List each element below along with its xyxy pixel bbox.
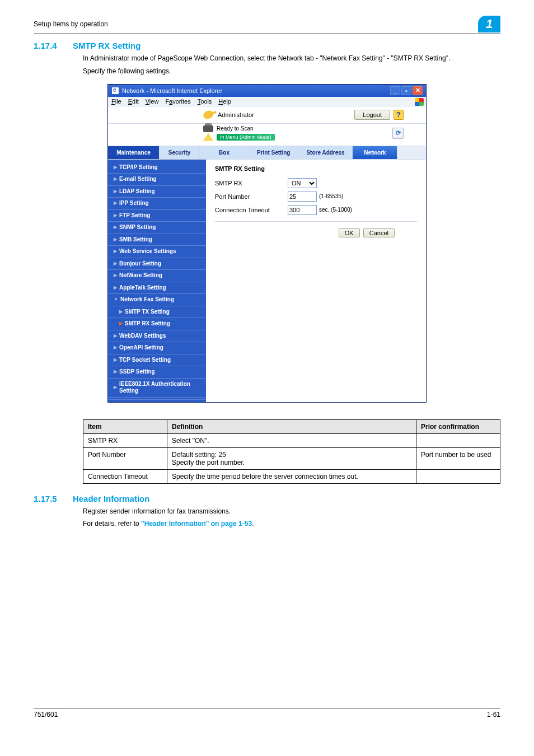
sidebar-item-label: E-mail Setting bbox=[119, 176, 157, 183]
sidebar-item-label: SMTP RX Setting bbox=[125, 320, 170, 328]
header-information-link[interactable]: "Header Information" on page 1-53 bbox=[141, 520, 252, 528]
sidebar-item-label: SNMP Setting bbox=[119, 224, 156, 231]
tab-network[interactable]: Network bbox=[353, 146, 397, 159]
cell-def: Select "ON". bbox=[167, 433, 416, 447]
connection-timeout-label: Connection Timeout bbox=[215, 207, 288, 213]
connection-timeout-input[interactable] bbox=[288, 205, 317, 215]
connection-timeout-hint: sec. (5-1000) bbox=[319, 207, 352, 213]
sidebar-item-netware[interactable]: ▶NetWare Setting bbox=[108, 270, 206, 282]
cancel-button[interactable]: Cancel bbox=[363, 228, 395, 237]
tab-print-setting[interactable]: Print Setting bbox=[249, 146, 298, 159]
cell-def: Specify the time period before the serve… bbox=[167, 469, 416, 483]
sidebar-item-label: AppleTalk Setting bbox=[119, 284, 166, 292]
smtp-rx-select[interactable]: ON bbox=[288, 178, 317, 188]
section-number: 1.17.4 bbox=[34, 41, 57, 50]
tab-security[interactable]: Security bbox=[160, 146, 200, 159]
th-definition: Definition bbox=[167, 419, 416, 433]
form-heading: SMTP RX Setting bbox=[215, 165, 417, 172]
page-footer: 751/601 1-61 bbox=[34, 708, 500, 718]
ie-icon bbox=[111, 87, 119, 95]
cell-prior bbox=[416, 469, 500, 483]
section-title: SMTP RX Setting bbox=[73, 41, 140, 50]
sidebar-item-snmp[interactable]: ▶SNMP Setting bbox=[108, 222, 206, 234]
sidebar-item-ssdp[interactable]: ▶SSDP Setting bbox=[108, 366, 206, 379]
section2-line2: For details, refer to "Header Informatio… bbox=[83, 519, 500, 529]
sidebar-item-label: OpenAPI Setting bbox=[119, 344, 163, 352]
footer-left: 751/601 bbox=[34, 711, 58, 718]
sidebar-item-tcpip[interactable]: ▶TCP/IP Setting bbox=[108, 162, 206, 174]
port-number-hint: (1-65535) bbox=[319, 193, 343, 199]
sidebar-item-ftp[interactable]: ▶FTP Setting bbox=[108, 210, 206, 222]
text-fragment: For details, refer to bbox=[83, 520, 141, 528]
menu-edit[interactable]: Edit bbox=[128, 98, 139, 105]
refresh-icon[interactable]: ⟳ bbox=[392, 128, 404, 139]
tab-box[interactable]: Box bbox=[200, 146, 249, 159]
sidebar-item-ipp[interactable]: ▶IPP Setting bbox=[108, 198, 206, 210]
section2-line1: Register sender information for fax tran… bbox=[83, 507, 500, 516]
printer-icon bbox=[203, 125, 213, 132]
sidebar-item-label: Bonjour Setting bbox=[119, 260, 161, 268]
tab-maintenance[interactable]: Maintenance bbox=[108, 146, 160, 159]
close-button[interactable]: ✕ bbox=[413, 86, 423, 95]
sidebar-item-networkfax[interactable]: ▼Network Fax Setting bbox=[108, 294, 206, 306]
main-pane: SMTP RX Setting SMTP RX ON Port Number (… bbox=[206, 160, 426, 402]
window-titlebar: Network - Microsoft Internet Explorer _ … bbox=[108, 85, 426, 97]
th-item: Item bbox=[83, 419, 167, 433]
sidebar-item-label: TCP/IP Setting bbox=[119, 164, 158, 171]
tab-store-address[interactable]: Store Address bbox=[298, 146, 353, 159]
minimize-button[interactable]: _ bbox=[390, 86, 400, 95]
menu-favorites[interactable]: Favorites bbox=[165, 98, 190, 105]
menu-file[interactable]: File bbox=[111, 98, 121, 105]
status-ready: Ready to Scan bbox=[217, 125, 254, 132]
cell-prior: Port number to be used bbox=[416, 447, 500, 469]
ok-button[interactable]: OK bbox=[339, 228, 360, 237]
table-row: SMTP RX Select "ON". bbox=[83, 433, 500, 447]
menu-view[interactable]: View bbox=[146, 98, 159, 105]
footer-right: 1-61 bbox=[487, 711, 500, 718]
sidebar-item-label: FTP Setting bbox=[119, 212, 150, 220]
sidebar-item-label: Network Fax Setting bbox=[120, 296, 174, 304]
sidebar-item-appletalk[interactable]: ▶AppleTalk Setting bbox=[108, 282, 206, 295]
text-fragment: . bbox=[252, 520, 254, 528]
sidebar-item-label: LDAP Setting bbox=[119, 188, 155, 195]
definition-table: Item Definition Prior confirmation SMTP … bbox=[83, 419, 500, 484]
sidebar-item-openapi[interactable]: ▶OpenAPI Setting bbox=[108, 342, 206, 354]
help-icon[interactable]: ? bbox=[394, 110, 404, 120]
cell-item: Port Number bbox=[83, 447, 167, 469]
th-prior: Prior confirmation bbox=[416, 419, 500, 433]
menu-help[interactable]: Help bbox=[218, 98, 231, 105]
admin-mode-label: Administrator bbox=[218, 111, 254, 118]
menu-tools[interactable]: Tools bbox=[198, 98, 212, 105]
section-title: Header Information bbox=[73, 494, 150, 503]
maximize-button[interactable]: ▫ bbox=[401, 86, 411, 95]
sidebar-item-email[interactable]: ▶E-mail Setting bbox=[108, 174, 206, 186]
tab-bar: Maintenance Security Box Print Setting S… bbox=[108, 146, 426, 160]
section-number: 1.17.5 bbox=[34, 494, 57, 503]
sidebar-item-bonjour[interactable]: ▶Bonjour Setting bbox=[108, 258, 206, 270]
smtp-rx-label: SMTP RX bbox=[215, 180, 288, 186]
sidebar-item-webservice[interactable]: ▶Web Service Settings bbox=[108, 246, 206, 258]
table-row: Port Number Default setting: 25 Specify … bbox=[83, 447, 500, 469]
sidebar-item-webdav[interactable]: ▶WebDAV Settings bbox=[108, 330, 206, 343]
logout-button[interactable]: Logout bbox=[354, 110, 390, 120]
sidebar-item-ieee8021x[interactable]: ▶IEEE802.1X Authentication Setting bbox=[108, 379, 206, 398]
warning-icon bbox=[203, 133, 213, 141]
cell-def: Default setting: 25 Specify the port num… bbox=[167, 447, 416, 469]
sidebar-item-smb[interactable]: ▶SMB Setting bbox=[108, 234, 206, 246]
sidebar-item-smtprx[interactable]: ▶SMTP RX Setting bbox=[108, 318, 206, 330]
sidebar-item-label: IEEE802.1X Authentication Setting bbox=[119, 381, 203, 395]
port-number-label: Port Number bbox=[215, 193, 288, 200]
sidebar-item-label: WebDAV Settings bbox=[119, 333, 166, 340]
windows-flag-icon bbox=[415, 98, 424, 106]
sidebar-item-label: SSDP Setting bbox=[119, 368, 155, 376]
intro-paragraph-2: Specify the following settings. bbox=[83, 67, 500, 76]
cell-item: Connection Timeout bbox=[83, 469, 167, 483]
port-number-input[interactable] bbox=[288, 192, 317, 202]
intro-paragraph-1: In Administrator mode of PageScope Web C… bbox=[83, 54, 500, 63]
sidebar: ▶TCP/IP Setting ▶E-mail Setting ▶LDAP Se… bbox=[108, 160, 206, 402]
sidebar-item-tcpsocket[interactable]: ▶TCP Socket Setting bbox=[108, 354, 206, 367]
sidebar-item-label: SMTP TX Setting bbox=[125, 309, 170, 316]
cell-item: SMTP RX bbox=[83, 433, 167, 447]
sidebar-item-ldap[interactable]: ▶LDAP Setting bbox=[108, 186, 206, 198]
sidebar-item-smtptx[interactable]: ▶SMTP TX Setting bbox=[108, 306, 206, 319]
